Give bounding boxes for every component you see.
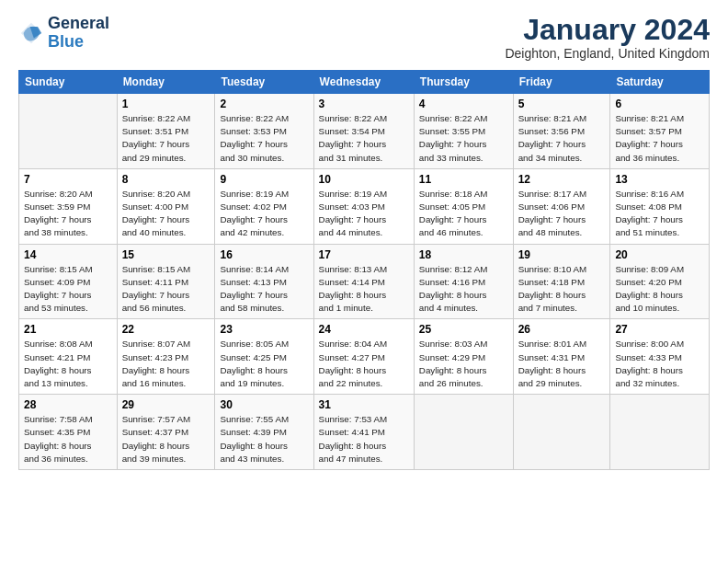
day-number: 18 [419,248,508,261]
col-wednesday: Wednesday [313,71,414,94]
col-saturday: Saturday [610,71,710,94]
calendar-week-1: 1Sunrise: 8:22 AM Sunset: 3:51 PM Daylig… [19,94,710,169]
day-number: 23 [220,323,308,336]
col-friday: Friday [513,71,610,94]
month-title: January 2024 [505,15,710,44]
day-info: Sunrise: 8:08 AM Sunset: 4:21 PM Dayligh… [24,338,112,390]
day-info: Sunrise: 8:20 AM Sunset: 3:59 PM Dayligh… [24,188,112,240]
calendar-cell: 14Sunrise: 8:15 AM Sunset: 4:09 PM Dayli… [19,244,118,319]
calendar-cell: 29Sunrise: 7:57 AM Sunset: 4:37 PM Dayli… [117,395,215,470]
day-number: 13 [615,173,704,186]
day-number: 19 [518,248,606,261]
day-number: 9 [220,173,308,186]
calendar-cell: 19Sunrise: 8:10 AM Sunset: 4:18 PM Dayli… [513,244,610,319]
day-info: Sunrise: 8:19 AM Sunset: 4:02 PM Dayligh… [220,188,308,240]
calendar-cell: 20Sunrise: 8:09 AM Sunset: 4:20 PM Dayli… [610,244,710,319]
day-number: 14 [24,248,112,261]
day-number: 7 [24,173,112,186]
day-info: Sunrise: 8:15 AM Sunset: 4:11 PM Dayligh… [122,263,210,316]
day-info: Sunrise: 7:53 AM Sunset: 4:41 PM Dayligh… [319,413,409,465]
day-number: 5 [518,98,606,110]
day-info: Sunrise: 7:55 AM Sunset: 4:39 PM Dayligh… [220,413,308,465]
page: General Blue January 2024 Deighton, Engl… [0,0,728,479]
logo-text: General Blue [48,15,109,52]
calendar-cell: 10Sunrise: 8:19 AM Sunset: 4:03 PM Dayli… [313,168,414,244]
day-number: 31 [319,398,409,411]
calendar-cell: 1Sunrise: 8:22 AM Sunset: 3:51 PM Daylig… [117,94,215,169]
day-info: Sunrise: 8:05 AM Sunset: 4:25 PM Dayligh… [220,338,308,390]
day-info: Sunrise: 8:22 AM Sunset: 3:54 PM Dayligh… [319,112,409,165]
calendar-week-2: 7Sunrise: 8:20 AM Sunset: 3:59 PM Daylig… [19,168,710,244]
day-number: 25 [419,323,508,336]
day-number: 1 [122,98,210,110]
day-number: 10 [319,173,409,186]
day-info: Sunrise: 8:17 AM Sunset: 4:06 PM Dayligh… [518,188,606,240]
calendar-cell: 24Sunrise: 8:04 AM Sunset: 4:27 PM Dayli… [313,319,414,395]
calendar-cell: 30Sunrise: 7:55 AM Sunset: 4:39 PM Dayli… [215,395,313,470]
day-info: Sunrise: 8:04 AM Sunset: 4:27 PM Dayligh… [319,338,409,390]
calendar-cell: 25Sunrise: 8:03 AM Sunset: 4:29 PM Dayli… [414,319,513,395]
calendar-cell [513,395,610,470]
calendar-table: Sunday Monday Tuesday Wednesday Thursday… [18,70,710,470]
day-info: Sunrise: 8:22 AM Sunset: 3:55 PM Dayligh… [419,112,508,165]
day-number: 27 [615,323,704,336]
day-info: Sunrise: 8:21 AM Sunset: 3:57 PM Dayligh… [615,112,704,165]
day-number: 2 [220,98,308,110]
col-monday: Monday [117,71,215,94]
col-thursday: Thursday [414,71,513,94]
day-info: Sunrise: 8:22 AM Sunset: 3:51 PM Dayligh… [122,112,210,165]
day-info: Sunrise: 8:18 AM Sunset: 4:05 PM Dayligh… [419,188,508,240]
calendar-week-3: 14Sunrise: 8:15 AM Sunset: 4:09 PM Dayli… [19,244,710,319]
calendar-cell: 2Sunrise: 8:22 AM Sunset: 3:53 PM Daylig… [215,94,313,169]
day-info: Sunrise: 8:07 AM Sunset: 4:23 PM Dayligh… [122,338,210,390]
day-info: Sunrise: 7:57 AM Sunset: 4:37 PM Dayligh… [122,413,210,465]
calendar-cell: 26Sunrise: 8:01 AM Sunset: 4:31 PM Dayli… [513,319,610,395]
calendar-cell: 16Sunrise: 8:14 AM Sunset: 4:13 PM Dayli… [215,244,313,319]
calendar-week-4: 21Sunrise: 8:08 AM Sunset: 4:21 PM Dayli… [19,319,710,395]
calendar-cell: 9Sunrise: 8:19 AM Sunset: 4:02 PM Daylig… [215,168,313,244]
day-info: Sunrise: 8:03 AM Sunset: 4:29 PM Dayligh… [419,338,508,390]
day-number: 20 [615,248,704,261]
calendar-cell: 11Sunrise: 8:18 AM Sunset: 4:05 PM Dayli… [414,168,513,244]
day-info: Sunrise: 8:16 AM Sunset: 4:08 PM Dayligh… [615,188,704,240]
day-number: 15 [122,248,210,261]
calendar-cell: 12Sunrise: 8:17 AM Sunset: 4:06 PM Dayli… [513,168,610,244]
day-number: 17 [319,248,409,261]
logo-icon [18,20,44,46]
calendar-cell [414,395,513,470]
calendar-cell: 3Sunrise: 8:22 AM Sunset: 3:54 PM Daylig… [313,94,414,169]
header: General Blue January 2024 Deighton, Engl… [18,15,710,61]
calendar-cell: 5Sunrise: 8:21 AM Sunset: 3:56 PM Daylig… [513,94,610,169]
calendar-cell: 4Sunrise: 8:22 AM Sunset: 3:55 PM Daylig… [414,94,513,169]
day-info: Sunrise: 8:15 AM Sunset: 4:09 PM Dayligh… [24,263,112,316]
day-info: Sunrise: 8:14 AM Sunset: 4:13 PM Dayligh… [220,263,308,316]
logo-line1: General [48,15,109,33]
day-number: 3 [319,98,409,110]
day-info: Sunrise: 8:21 AM Sunset: 3:56 PM Dayligh… [518,112,606,165]
day-number: 16 [220,248,308,261]
calendar-cell [610,395,710,470]
day-number: 4 [419,98,508,110]
day-number: 12 [518,173,606,186]
logo: General Blue [18,15,109,52]
day-info: Sunrise: 8:01 AM Sunset: 4:31 PM Dayligh… [518,338,606,390]
calendar-week-5: 28Sunrise: 7:58 AM Sunset: 4:35 PM Dayli… [19,395,710,470]
calendar-cell: 23Sunrise: 8:05 AM Sunset: 4:25 PM Dayli… [215,319,313,395]
calendar-cell: 31Sunrise: 7:53 AM Sunset: 4:41 PM Dayli… [313,395,414,470]
calendar-cell: 28Sunrise: 7:58 AM Sunset: 4:35 PM Dayli… [19,395,118,470]
location: Deighton, England, United Kingdom [505,46,710,61]
calendar-cell: 15Sunrise: 8:15 AM Sunset: 4:11 PM Dayli… [117,244,215,319]
logo-line2: Blue [48,33,109,52]
day-info: Sunrise: 7:58 AM Sunset: 4:35 PM Dayligh… [24,413,112,465]
calendar-cell: 22Sunrise: 8:07 AM Sunset: 4:23 PM Dayli… [117,319,215,395]
calendar-cell: 13Sunrise: 8:16 AM Sunset: 4:08 PM Dayli… [610,168,710,244]
day-number: 22 [122,323,210,336]
day-number: 8 [122,173,210,186]
col-tuesday: Tuesday [215,71,313,94]
day-number: 30 [220,398,308,411]
day-number: 21 [24,323,112,336]
day-info: Sunrise: 8:00 AM Sunset: 4:33 PM Dayligh… [615,338,704,390]
day-number: 6 [615,98,704,110]
day-info: Sunrise: 8:13 AM Sunset: 4:14 PM Dayligh… [319,263,409,316]
day-info: Sunrise: 8:19 AM Sunset: 4:03 PM Dayligh… [319,188,409,240]
